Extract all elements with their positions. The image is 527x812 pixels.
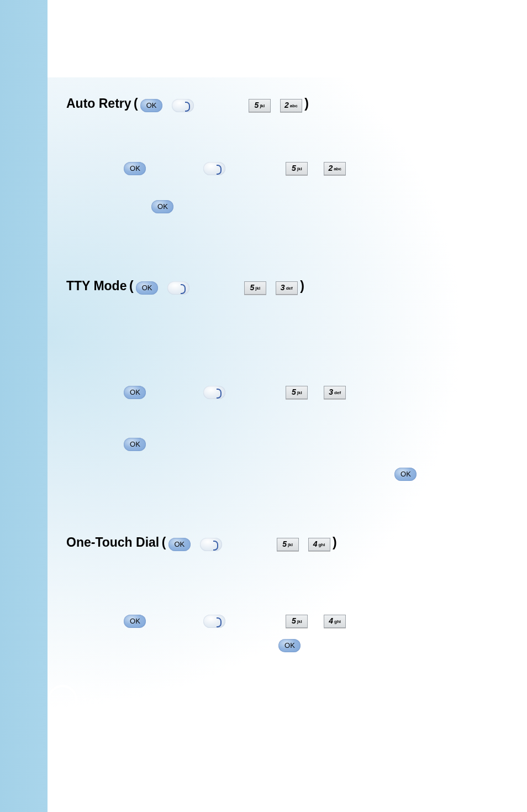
key-5[interactable]: 5jkl: [286, 615, 308, 628]
paren-open: (: [129, 279, 134, 293]
heading-one-touch: One-Touch Dial: [66, 535, 159, 549]
step-row-tty-2: OK: [66, 434, 453, 453]
ok-button[interactable]: OK: [136, 281, 158, 295]
heading-tty-mode: TTY Mode: [66, 279, 127, 293]
heading-auto-retry: Auto Retry: [66, 96, 131, 111]
nav-right-icon[interactable]: [167, 281, 189, 295]
key-5[interactable]: 5jkl: [249, 99, 271, 112]
paren-open: (: [162, 535, 166, 549]
nav-right-icon[interactable]: [203, 162, 225, 175]
ok-button[interactable]: OK: [278, 639, 301, 652]
step-row-ot-2: OK: [66, 636, 453, 654]
section-auto-retry: Auto Retry ( OK 5jkl 2abc ) OK 5jkl 2abc: [66, 94, 453, 216]
ok-button[interactable]: OK: [124, 162, 146, 175]
key-5[interactable]: 5jkl: [244, 281, 266, 295]
key-3[interactable]: 3def: [276, 281, 298, 295]
ok-button[interactable]: OK: [140, 99, 162, 112]
ok-button[interactable]: OK: [124, 386, 146, 399]
paren-close: ): [333, 535, 337, 549]
key-2[interactable]: 2abc: [280, 99, 302, 112]
ok-button[interactable]: OK: [168, 538, 191, 551]
heading-row-auto-retry: Auto Retry ( OK 5jkl 2abc ): [66, 94, 453, 114]
nav-right-icon[interactable]: [203, 386, 225, 399]
nav-right-icon[interactable]: [200, 538, 222, 551]
left-color-band: [0, 0, 48, 812]
step-row-ar-1: OK 5jkl 2abc: [66, 159, 453, 177]
paren-close: ): [300, 279, 304, 293]
nav-right-icon[interactable]: [203, 615, 225, 628]
key-4[interactable]: 4ghi: [324, 615, 346, 628]
heading-row-one-touch: One-Touch Dial ( OK 5jkl 4ghi ): [66, 533, 453, 553]
key-5[interactable]: 5jkl: [277, 538, 299, 551]
paren-close: ): [304, 96, 309, 111]
key-5[interactable]: 5jkl: [286, 386, 308, 399]
key-4[interactable]: 4ghi: [308, 538, 330, 551]
ok-button[interactable]: OK: [124, 615, 146, 628]
footer-model-label: VX7000: [83, 695, 133, 711]
ok-button[interactable]: OK: [394, 468, 417, 481]
section-tty-mode: TTY Mode ( OK 5jkl 3def ) OK 5jkl 3def O: [66, 276, 453, 483]
key-2[interactable]: 2abc: [324, 162, 346, 175]
ok-button[interactable]: OK: [151, 200, 173, 213]
key-5[interactable]: 5jkl: [286, 162, 308, 175]
heading-row-tty: TTY Mode ( OK 5jkl 3def ): [66, 276, 453, 297]
key-3[interactable]: 3def: [324, 386, 346, 399]
step-row-ot-1: OK 5jkl 4ghi: [66, 611, 453, 630]
nav-right-icon[interactable]: [172, 99, 194, 112]
ok-button[interactable]: OK: [124, 438, 146, 451]
section-one-touch: One-Touch Dial ( OK 5jkl 4ghi ) OK 5jkl …: [66, 533, 453, 654]
paren-open: (: [134, 96, 138, 111]
step-row-tty-3: OK: [66, 464, 453, 483]
page-content: Auto Retry ( OK 5jkl 2abc ) OK 5jkl 2abc: [66, 94, 453, 677]
step-row-tty-1: OK 5jkl 3def: [66, 383, 453, 401]
footer-circle-icon: [48, 685, 77, 715]
step-row-ar-2: OK: [66, 197, 453, 216]
